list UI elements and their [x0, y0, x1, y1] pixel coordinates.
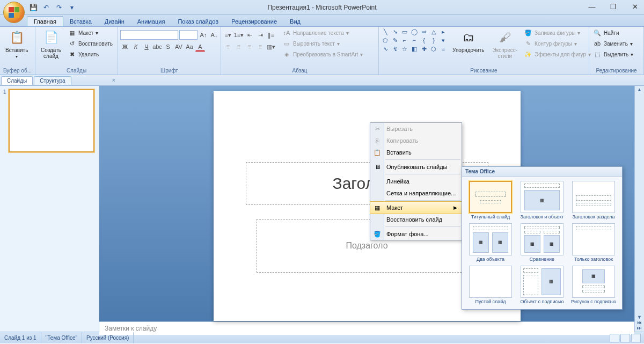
- notes-pane[interactable]: Заметки к слайду: [99, 321, 634, 335]
- shape-effects-button[interactable]: ✨Эффекты для фигур ▾: [522, 49, 592, 59]
- indent-inc-button[interactable]: ⇥: [255, 30, 265, 40]
- shape-arrow2-icon[interactable]: ⇨: [420, 28, 428, 35]
- tab-review[interactable]: Рецензирование: [225, 17, 283, 26]
- indent-dec-button[interactable]: ⇤: [245, 30, 254, 40]
- shape-tri-icon[interactable]: △: [429, 28, 438, 35]
- shape-rect-icon[interactable]: ▭: [400, 28, 409, 35]
- cm-ruler[interactable]: Линейка: [370, 175, 462, 187]
- bullets-button[interactable]: ≡▾: [223, 30, 233, 40]
- close-button[interactable]: ✕: [628, 1, 642, 12]
- shape-plus-icon[interactable]: ✚: [420, 45, 428, 53]
- tab-animation[interactable]: Анимация: [131, 17, 172, 26]
- shape-hex-icon[interactable]: ⬡: [429, 45, 438, 53]
- cm-grid[interactable]: Сетка и направляющие...: [370, 187, 462, 199]
- layout-blank[interactable]: Пустой слайд: [466, 266, 515, 305]
- reset-button[interactable]: ↺Восстановить: [66, 39, 114, 48]
- normal-view-button[interactable]: [610, 334, 619, 342]
- vertical-scrollbar[interactable]: ▲ ▼ ⏮ ⏭: [634, 86, 644, 332]
- arrange-button[interactable]: 🗂 Упорядочить: [449, 28, 488, 54]
- next-slide-icon[interactable]: ⏭: [637, 325, 642, 331]
- font-size-combo[interactable]: [179, 30, 197, 40]
- tab-view[interactable]: Вид: [283, 17, 307, 26]
- shape-outline-button[interactable]: ✎Контур фигуры ▾: [522, 39, 592, 48]
- cm-paste[interactable]: 📋Вставить: [370, 147, 462, 158]
- shape-oval-icon[interactable]: ◯: [410, 28, 419, 35]
- shape-star-icon[interactable]: ☆: [400, 45, 409, 53]
- cm-publish[interactable]: 🖥Опубликовать слайды: [370, 161, 462, 173]
- grow-font-button[interactable]: A↑: [199, 30, 208, 40]
- layout-picture-caption[interactable]: ▦ Рисунок с подписью: [569, 266, 618, 305]
- maximize-button[interactable]: ❐: [606, 1, 620, 12]
- new-slide-button[interactable]: 📄 Создать слайд: [38, 28, 64, 60]
- quick-styles-button[interactable]: 🖌 Экспресс-стили: [489, 28, 521, 60]
- layout-two-content[interactable]: ▦▦ Два объекта: [466, 223, 515, 262]
- shape-more-icon[interactable]: ▸: [439, 28, 448, 35]
- minimize-button[interactable]: —: [585, 1, 599, 12]
- shape-conn-icon[interactable]: ↯: [391, 45, 399, 53]
- align-text-button[interactable]: ▭Выровнять текст ▾: [281, 39, 364, 48]
- line-spacing-button[interactable]: ‖≡: [266, 30, 276, 40]
- cm-reset[interactable]: Восстановить слайд: [370, 214, 462, 225]
- tab-design[interactable]: Дизайн: [98, 17, 131, 26]
- shape-l-icon[interactable]: ⌐: [400, 36, 409, 44]
- status-language[interactable]: Русский (Россия): [82, 332, 134, 343]
- delete-button[interactable]: ✖Удалить: [66, 49, 114, 59]
- numbering-button[interactable]: 1≡▾: [234, 30, 244, 40]
- layout-content-caption[interactable]: ▦ Объект с подписью: [518, 266, 566, 305]
- cm-cut[interactable]: ✂Вырезать: [370, 123, 462, 135]
- slide-thumbnail[interactable]: [9, 89, 94, 152]
- replace-button[interactable]: abЗаменить ▾: [591, 39, 635, 48]
- case-button[interactable]: Aa: [185, 42, 194, 52]
- shapes-gallery[interactable]: ╲ ➘ ▭ ◯ ⇨ △ ▸ ⬠ ✎ ⌐ ⌐ { } ▾ ∿ ↯ ☆ ◧ ✚ ⬡: [381, 28, 448, 53]
- cm-format-bg[interactable]: 🪣Формат фона...: [370, 228, 462, 240]
- shape-callout-icon[interactable]: ◧: [410, 45, 419, 53]
- redo-icon[interactable]: ↷: [54, 2, 64, 13]
- panel-close-icon[interactable]: ×: [112, 77, 115, 83]
- spacing-button[interactable]: AV: [174, 42, 184, 52]
- shape-freeform-icon[interactable]: ✎: [391, 36, 399, 44]
- align-left-button[interactable]: ≡: [223, 42, 233, 52]
- font-name-combo[interactable]: [120, 30, 178, 40]
- shape-curve-icon[interactable]: ∿: [381, 45, 390, 53]
- italic-button[interactable]: К: [131, 42, 141, 52]
- layout-title-slide[interactable]: Титульный слайд: [466, 181, 515, 220]
- shape-arrow-icon[interactable]: ➘: [391, 28, 399, 35]
- scroll-down-icon[interactable]: ▼: [637, 314, 642, 320]
- tab-home[interactable]: Главная: [27, 16, 63, 26]
- smartart-button[interactable]: ◈Преобразовать в SmartArt ▾: [281, 49, 364, 59]
- layout-title-only[interactable]: Только заголовок: [569, 223, 618, 262]
- underline-button[interactable]: Ч: [142, 42, 151, 52]
- scroll-up-icon[interactable]: ▲: [637, 87, 642, 92]
- justify-button[interactable]: ≡: [255, 42, 265, 52]
- tab-slides-panel[interactable]: Слайды: [1, 76, 33, 85]
- shrink-font-button[interactable]: A↓: [209, 30, 219, 40]
- office-button[interactable]: [3, 2, 25, 23]
- layout-title-content[interactable]: ▦ Заголовок и объект: [518, 181, 566, 220]
- qat-dropdown-icon[interactable]: ▾: [67, 2, 77, 13]
- tab-insert[interactable]: Вставка: [63, 17, 98, 26]
- layout-button[interactable]: ▦Макет ▾: [66, 28, 114, 38]
- shadow-button[interactable]: S: [163, 42, 173, 52]
- undo-icon[interactable]: ↶: [41, 2, 52, 13]
- bold-button[interactable]: Ж: [120, 42, 130, 52]
- strike-button[interactable]: abc: [152, 42, 162, 52]
- shape-down-icon[interactable]: ▾: [439, 36, 448, 44]
- columns-button[interactable]: ▥▾: [266, 42, 276, 52]
- slideshow-view-button[interactable]: [631, 334, 641, 342]
- shape-l2-icon[interactable]: ⌐: [410, 36, 419, 44]
- prev-slide-icon[interactable]: ⏮: [637, 320, 642, 325]
- save-icon[interactable]: 💾: [28, 2, 39, 13]
- shape-brace-icon[interactable]: {: [420, 36, 428, 44]
- shape-poly-icon[interactable]: ⬠: [381, 36, 390, 44]
- align-center-button[interactable]: ≡: [234, 42, 244, 52]
- cm-layout[interactable]: ▦Макет▶: [370, 201, 462, 214]
- text-direction-button[interactable]: ↕AНаправление текста ▾: [281, 28, 364, 38]
- cm-copy[interactable]: ⎘Копировать: [370, 135, 462, 147]
- align-right-button[interactable]: ≡: [245, 42, 254, 52]
- sorter-view-button[interactable]: [620, 334, 630, 342]
- paste-button[interactable]: 📋 Вставить ▾: [2, 28, 31, 60]
- layout-comparison[interactable]: ▦▦ Сравнение: [518, 223, 566, 262]
- shape-expand-icon[interactable]: ≡: [439, 45, 448, 53]
- shape-brace2-icon[interactable]: }: [429, 36, 438, 44]
- tab-slideshow[interactable]: Показ слайдов: [171, 17, 225, 26]
